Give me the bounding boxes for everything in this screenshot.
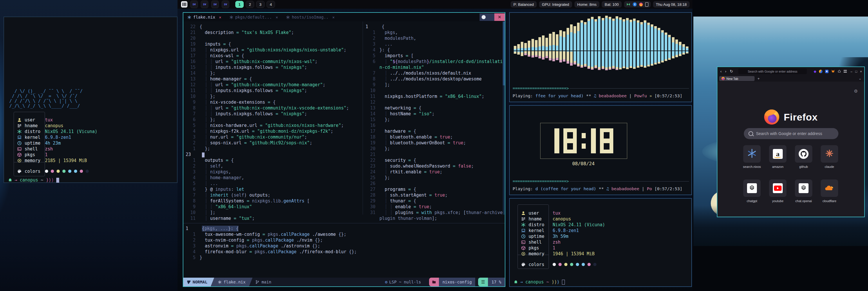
taglist-app-icon[interactable]: $W [211,1,219,8]
close-button[interactable]: × [860,70,862,73]
shortcut-label: chatgpt [741,199,763,203]
status-widget: GPU: Integrated [539,1,572,7]
bluetooth-icon[interactable] [633,2,637,6]
editor-pane-iso[interactable]: 1{1 pkgs,2 modulesPath,3 ...4}: {5 impor… [363,24,502,221]
shortcut-tile-youtube[interactable] [769,179,786,197]
workspace-4[interactable]: 4 [267,1,275,8]
shell-prompt[interactable]: → canopus ~ ))) [8,177,59,183]
chip-icon [521,252,526,256]
shell-prompt[interactable]: → canopus ~ ))) [514,280,565,285]
maximize-button[interactable]: □ [855,70,857,73]
flame-app-icon[interactable] [639,3,643,6]
git-branch-segment: main [252,278,275,286]
firefox-tab-icon [721,77,725,80]
lsp-segment: ⚙ LSP ~ null-ls [381,278,425,286]
clock-terminal-window[interactable]: 08/08/24 ======================> Playing… [509,105,692,195]
terminal-color-dots [45,170,89,173]
forward-button[interactable]: › [725,69,726,74]
shortcut-tile-amazon[interactable]: a [769,145,786,163]
split-separator[interactable] [363,22,363,214]
editor-area[interactable]: 22{21 description = "tux's NixOS Flake";… [183,22,505,278]
fastfetch-row-shell: shell [17,146,38,152]
split-separator-horizontal[interactable] [183,223,505,223]
cava-terminal-window[interactable]: ======================> Playing: ffee fo… [509,12,692,102]
fastfetch-value-shell: zsh [45,146,53,152]
shortcut-tile-chat.openai[interactable] [795,179,812,197]
extension-icon-shield[interactable] [825,70,829,73]
shortcut-tile-cloudflare[interactable] [821,179,838,197]
ghost-icon [8,178,12,182]
code-line: 5 imports = [ [363,53,502,59]
laptop-icon [521,228,526,233]
code-line: 10 [363,88,502,93]
code-line: 19 │ bluetooth.powerOnBoot = true; [363,140,502,146]
tab-close-icon[interactable]: ✕ [276,15,278,20]
terminal-window-fastfetch-left[interactable]: / \/ ()_ _/ ¯¯ \ \ / ¯¯/ / /\ / ¯\ \/ = … [3,17,178,183]
code-line: 11 │ │ inputs.nixpkgs.follows = "nixpkgs… [183,88,363,93]
terminal-window-fastfetch-right[interactable]: usertuxhnamecanopusdistroNixOS 24.11 (Vi… [509,198,692,287]
workspace-2[interactable]: 2 [246,1,254,8]
code-line: 6 } @ inputs: let [183,186,363,192]
now-playing-text: Playing: ffee for your head) ** ♫ beabad… [513,93,682,98]
code-line: 11 │ username = "tux"; [183,215,363,221]
fastfetch-value-memory: 2185 | 15394 MiB [45,158,87,164]
fastfetch-row-hname: hname [17,123,38,129]
buffer-close-button[interactable]: ✕ [494,13,505,21]
back-button[interactable]: ‹ [720,69,721,74]
search-input[interactable]: Search with Google or enter address [744,128,838,139]
bufferline-toggle[interactable] [479,13,494,21]
tab-new-tab[interactable]: New Tab [719,76,754,81]
code-line: 22 security = { [363,157,502,163]
fastfetch-value-kernel: 6.9.8-zen1 [553,228,579,233]
syncthing-icon[interactable] [626,2,630,6]
personalize-gear-icon[interactable]: ⚙ [854,89,858,94]
fastfetch-row-kernel: kernel [521,228,544,233]
editor-cursor [202,152,205,157]
extension-icon-round[interactable] [819,70,823,73]
url-bar[interactable]: Search with Google or enter address [738,68,807,74]
scroll-percent: 17 % [488,278,505,286]
editor-pane-flake[interactable]: 22{21 description = "tux's NixOS Flake";… [183,24,363,221]
fastfetch-row-pkgs: pkgs [17,152,35,158]
terminal-icon [521,240,526,244]
shortcut-tile-search.nixos[interactable] [743,145,761,163]
reload-button[interactable]: ↻ [730,69,733,74]
workspace-3[interactable]: 3 [256,1,265,8]
menu-icon[interactable] [181,1,187,7]
fastfetch-row-colors: colors [17,169,40,174]
terminal-color-dots [553,263,596,266]
code-line: 14 │ }; [183,70,363,76]
code-line: 19 inputs = { [183,41,363,47]
shortcut-tile-chatgpt[interactable] [743,179,761,197]
new-tab-button[interactable]: + [757,77,760,81]
shortcut-tile-github[interactable] [795,145,812,163]
palette-icon [521,262,526,267]
nix-flake-icon [218,280,222,284]
scrollbar[interactable] [503,22,505,214]
buffer-tab-hosts-isoImag-[interactable]: hosts/isoImag..✕ [282,13,339,22]
extension-house-icon[interactable] [838,69,841,74]
shortcut-tile-claude[interactable] [821,145,838,163]
taglist-app-icon[interactable]: $W [201,1,208,8]
fastfetch-row-shell: shell [521,239,541,245]
code-line: 8 │ ../../modules/nixos/desktop/awesome [363,76,502,82]
extension-icon-purple[interactable]: ◆ [814,69,816,74]
metamask-icon[interactable] [831,69,835,74]
tab-close-icon[interactable]: ✕ [219,15,221,20]
taglist-app-icon[interactable]: $W [190,1,198,8]
terminal-cursor [56,178,59,183]
hamburger-menu-icon[interactable] [844,70,847,72]
minimize-button[interactable]: – [850,70,852,73]
taglist-app-icon[interactable]: $W [222,1,229,8]
buffer-tab-pkgs-default-[interactable]: pkgs/default...✕ [225,13,282,22]
buffer-tab-flake-nix[interactable]: flake.nix✕ [183,13,225,22]
palette-icon [17,169,22,174]
neovim-window[interactable]: flake.nix✕pkgs/default...✕hosts/isoImag.… [183,12,505,287]
firefox-window[interactable]: ‹ › ↻ Search with Google or enter addres… [717,66,865,217]
editor-pane-pkgs[interactable]: 1{pkgs, ...}: {1 tux-awesome-wm-config =… [183,226,502,261]
phone-icon[interactable] [645,2,648,7]
workspace-1[interactable]: 1 [235,1,244,8]
tab-close-icon[interactable]: ✕ [332,15,335,20]
system-tray[interactable] [624,1,651,7]
tab-list-chevron-icon[interactable]: ⌄ [859,77,861,81]
